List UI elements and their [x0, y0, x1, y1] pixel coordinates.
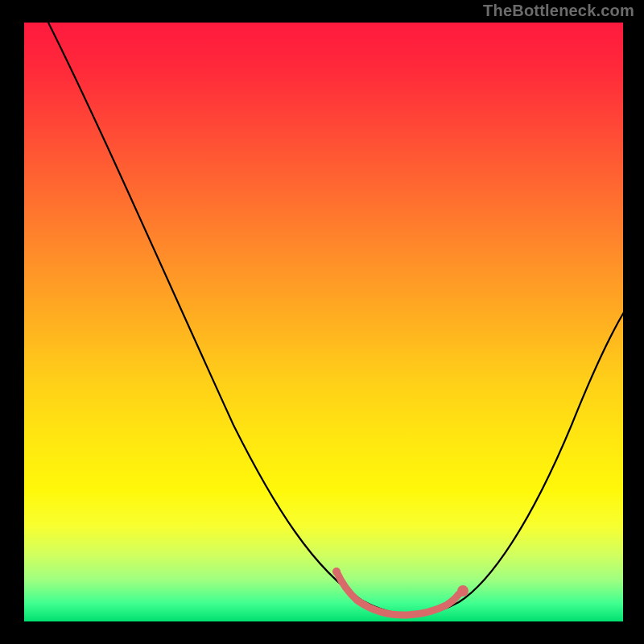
- highlight-marker-path: [336, 572, 459, 615]
- highlight-marker-start-dot: [332, 568, 341, 576]
- watermark-text: TheBottleneck.com: [483, 2, 634, 20]
- chart-stage: TheBottleneck.com: [0, 0, 644, 644]
- highlight-marker: [24, 23, 623, 621]
- highlight-marker-end-dot: [457, 585, 469, 597]
